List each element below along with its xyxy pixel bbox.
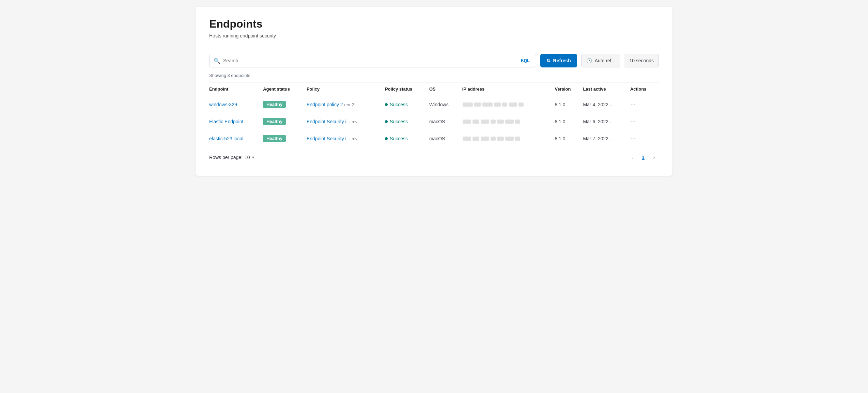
version-cell: 8.1.0	[555, 130, 583, 147]
col-version: Version	[555, 82, 583, 96]
policy-status: Success	[385, 119, 425, 124]
auto-refresh-time: 10 seconds	[624, 54, 659, 67]
os-cell: macOS	[429, 113, 462, 130]
col-actions: Actions	[630, 82, 659, 96]
agent-status-badge: Healthy	[263, 135, 286, 142]
rows-per-page-label: Rows per page:	[209, 155, 243, 160]
toolbar: 🔍 KQL ↻ Refresh 🕐 Auto ref... 10 seconds	[209, 54, 659, 67]
ip-address-cell	[462, 96, 555, 113]
ip-redacted-segment	[463, 103, 473, 107]
ip-redacted-segment	[463, 120, 471, 124]
ip-redacted-segment	[463, 137, 471, 141]
endpoints-table: Endpoint Agent status Policy Policy stat…	[209, 82, 659, 147]
col-agent-status: Agent status	[263, 82, 307, 96]
col-policy-status: Policy status	[385, 82, 429, 96]
col-ip-address: IP address	[462, 82, 555, 96]
col-os: OS	[429, 82, 462, 96]
policy-rev: rev.	[352, 137, 358, 141]
refresh-button[interactable]: ↻ Refresh	[540, 54, 577, 67]
ip-redacted-segment	[491, 120, 496, 124]
next-page-button[interactable]: ›	[649, 153, 659, 162]
table-header-row: Endpoint Agent status Policy Policy stat…	[209, 82, 659, 96]
os-cell: macOS	[429, 130, 462, 147]
col-last-active: Last active	[583, 82, 630, 96]
search-container: 🔍 KQL	[209, 54, 536, 67]
actions-button[interactable]: ⋯	[630, 136, 636, 141]
table-row: windows-329HealthyEndpoint policy 2rev. …	[209, 96, 659, 113]
os-cell: Windows	[429, 96, 462, 113]
policy-link[interactable]: Endpoint policy 2	[307, 102, 343, 107]
ip-redacted-segment	[497, 137, 504, 141]
rows-per-page-control[interactable]: Rows per page: 10 ▾	[209, 155, 254, 160]
rows-per-page-value: 10	[245, 155, 250, 160]
last-active-cell: Mar 6, 2022...	[583, 113, 630, 130]
policy-link[interactable]: Endpoint Security i...	[307, 119, 350, 124]
showing-count: Showing 3 endpoints	[209, 73, 659, 78]
auto-refresh-label: Auto ref...	[595, 58, 616, 63]
status-dot	[385, 103, 388, 106]
ip-redacted-segment	[481, 120, 489, 124]
ip-redacted-segment	[472, 120, 479, 124]
kql-button[interactable]: KQL	[519, 58, 531, 64]
last-active-cell: Mar 4, 2022...	[583, 96, 630, 113]
ip-redacted-segment	[505, 120, 514, 124]
endpoint-link[interactable]: elastic-523.local	[209, 136, 243, 141]
clock-icon: 🕐	[586, 58, 592, 63]
ip-address-cell	[462, 113, 555, 130]
refresh-label: Refresh	[553, 58, 571, 63]
page-subtitle: Hosts running endpoint security	[209, 33, 659, 38]
chevron-down-icon: ▾	[252, 155, 254, 160]
policy-rev: rev. 2	[344, 103, 354, 107]
ip-redacted-segment	[502, 103, 507, 107]
search-input[interactable]	[223, 58, 519, 63]
actions-button[interactable]: ⋯	[630, 119, 636, 124]
pagination: ‹ 1 ›	[627, 153, 659, 162]
policy-status-text: Success	[390, 102, 408, 107]
prev-page-button[interactable]: ‹	[627, 153, 637, 162]
agent-status-badge: Healthy	[263, 118, 286, 125]
status-dot	[385, 137, 388, 140]
policy-status-text: Success	[390, 136, 408, 141]
page-container: Endpoints Hosts running endpoint securit…	[196, 7, 672, 176]
ip-redacted-segment	[518, 103, 524, 107]
ip-redacted-segment	[491, 137, 496, 141]
ip-redacted-segment	[509, 103, 517, 107]
refresh-icon: ↻	[546, 58, 551, 63]
ip-redacted-segment	[481, 137, 489, 141]
version-cell: 8.1.0	[555, 113, 583, 130]
ip-redacted-segment	[515, 137, 520, 141]
actions-button[interactable]: ⋯	[630, 101, 636, 107]
ip-redacted-segment	[505, 137, 514, 141]
table-row: Elastic EndpointHealthyEndpoint Security…	[209, 113, 659, 130]
ip-redacted-segment	[472, 137, 479, 141]
last-active-cell: Mar 7, 2022...	[583, 130, 630, 147]
policy-status-text: Success	[390, 119, 408, 124]
endpoint-link[interactable]: Elastic Endpoint	[209, 119, 243, 124]
policy-status: Success	[385, 136, 425, 141]
policy-link[interactable]: Endpoint Security i...	[307, 136, 350, 141]
agent-status-badge: Healthy	[263, 101, 286, 108]
policy-status: Success	[385, 102, 425, 107]
version-cell: 8.1.0	[555, 96, 583, 113]
ip-redacted-segment	[515, 120, 520, 124]
ip-address-cell	[462, 130, 555, 147]
page-title: Endpoints	[209, 18, 659, 30]
table-row: elastic-523.localHealthyEndpoint Securit…	[209, 130, 659, 147]
policy-rev: rev.	[352, 120, 358, 124]
col-policy: Policy	[307, 82, 385, 96]
ip-redacted-segment	[474, 103, 481, 107]
endpoint-link[interactable]: windows-329	[209, 102, 237, 107]
ip-redacted-segment	[482, 103, 493, 107]
divider	[209, 47, 659, 47]
col-endpoint: Endpoint	[209, 82, 263, 96]
search-icon: 🔍	[214, 58, 220, 64]
page-1-button[interactable]: 1	[638, 153, 648, 162]
ip-redacted-segment	[497, 120, 504, 124]
status-dot	[385, 120, 388, 123]
auto-refresh-button[interactable]: 🕐 Auto ref...	[581, 54, 621, 67]
table-wrapper: Endpoint Agent status Policy Policy stat…	[209, 82, 659, 147]
footer-row: Rows per page: 10 ▾ ‹ 1 ›	[209, 147, 659, 162]
ip-redacted-segment	[494, 103, 501, 107]
